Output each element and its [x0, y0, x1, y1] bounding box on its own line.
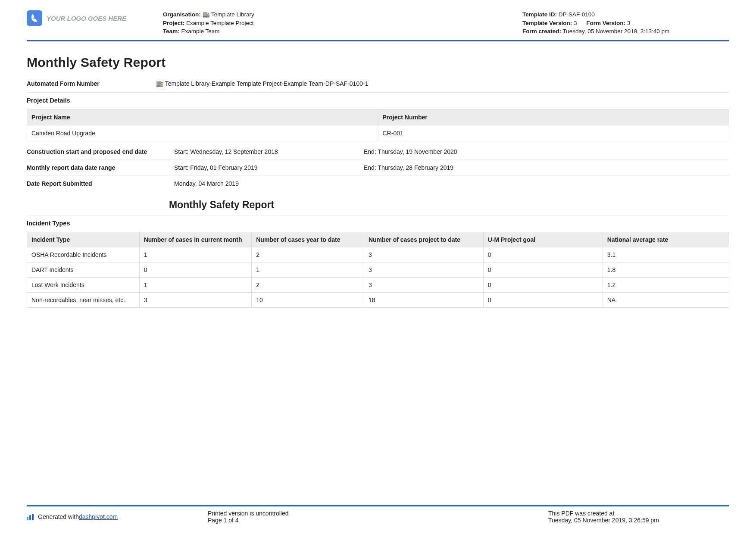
construction-dates-row: Construction start and proposed end date…: [27, 144, 729, 159]
logo-block: YOUR LOGO GOES HERE: [27, 10, 156, 26]
form-version-value: 3: [627, 20, 631, 26]
cell: OSHA Recordable Incidents: [27, 247, 140, 262]
organisation-value: 🏬 Template Library: [203, 11, 254, 18]
bars-icon: [27, 514, 34, 520]
col-cases-ptd: Number of cases project to date: [364, 232, 483, 247]
cell: 1: [252, 262, 364, 277]
cell: Non-recordables, near misses, etc.: [27, 292, 140, 307]
cell: 0: [483, 262, 603, 277]
project-name-header: Project Name: [27, 109, 378, 125]
document-page: YOUR LOGO GOES HERE Organisation: 🏬 Temp…: [0, 0, 756, 534]
footer-generated-prefix: Generated with: [38, 513, 79, 520]
logo-icon: [27, 10, 42, 26]
automated-form-number-row: Automated Form Number 🏬 Template Library…: [27, 78, 729, 90]
project-name-value: Camden Road Upgrade: [27, 125, 378, 141]
cell: 0: [483, 247, 603, 262]
project-value: Example Template Project: [186, 20, 254, 26]
table-header-row: Project Name Project Number: [27, 109, 729, 125]
incident-types-title: Incident Types: [27, 215, 729, 230]
cell: 3.1: [603, 247, 729, 262]
col-project-goal: U-M Project goal: [483, 232, 603, 247]
section-subtitle: Monthly Safety Report: [169, 199, 729, 211]
col-cases-ytd: Number of cases year to date: [252, 232, 364, 247]
incident-types-table: Incident Type Number of cases in current…: [27, 232, 729, 308]
table-row: DART Incidents 0 1 3 0 1.8: [27, 262, 729, 277]
cell: 0: [483, 292, 603, 307]
project-number-header: Project Number: [378, 109, 729, 125]
template-id-label: Template ID:: [522, 11, 557, 18]
footer-generated-link[interactable]: dashpivot.com: [79, 513, 118, 520]
cell: 10: [252, 292, 364, 307]
team-value: Example Team: [181, 28, 220, 34]
footer-created-label: This PDF was created at: [548, 510, 729, 517]
cell: Lost Work Incidents: [27, 277, 140, 292]
footer-right: This PDF was created at Tuesday, 05 Nove…: [548, 510, 729, 524]
header-meta-right: Template ID: DP-SAF-0100 Template Versio…: [522, 10, 729, 36]
cell: 1.2: [603, 277, 729, 292]
page-footer: Generated with dashpivot.com Printed ver…: [27, 505, 729, 524]
cell: 2: [252, 247, 364, 262]
table-header-row: Incident Type Number of cases in current…: [27, 232, 729, 247]
cell: 1: [139, 277, 252, 292]
team-label: Team:: [163, 28, 180, 34]
template-version-label: Template Version:: [522, 20, 572, 26]
project-details-table: Project Name Project Number Camden Road …: [27, 109, 729, 141]
form-created-value: Tuesday, 05 November 2019, 3:13:40 pm: [563, 28, 670, 34]
table-row: Lost Work Incidents 1 2 3 0 1.2: [27, 277, 729, 292]
page-title: Monthly Safety Report: [27, 55, 729, 70]
footer-printed-line: Printed version is uncontrolled: [208, 510, 548, 517]
report-range-row: Monthly report data date range Start: Fr…: [27, 159, 729, 175]
header-meta-left: Organisation: 🏬 Template Library Project…: [156, 10, 522, 36]
form-version-label: Form Version:: [586, 20, 625, 26]
automated-form-number-value: 🏬 Template Library-Example Template Proj…: [156, 80, 729, 87]
cell: DART Incidents: [27, 262, 140, 277]
form-created-label: Form created:: [522, 28, 561, 34]
footer-middle: Printed version is uncontrolled Page 1 o…: [208, 510, 548, 524]
cell: 18: [364, 292, 483, 307]
date-submitted-row: Date Report Submitted Monday, 04 March 2…: [27, 175, 729, 191]
cell: 1: [139, 247, 252, 262]
col-incident-type: Incident Type: [27, 232, 140, 247]
cell: NA: [603, 292, 729, 307]
cell: 0: [483, 277, 603, 292]
footer-created-value: Tuesday, 05 November 2019, 3:26:59 pm: [548, 517, 729, 524]
report-range-end-value: End: Thursday, 28 February 2019: [364, 164, 729, 171]
col-cases-month: Number of cases in current month: [139, 232, 252, 247]
date-submitted-label: Date Report Submitted: [27, 180, 174, 187]
table-row: OSHA Recordable Incidents 1 2 3 0 3.1: [27, 247, 729, 262]
table-row: Camden Road Upgrade CR-001: [27, 125, 729, 141]
template-id-value: DP-SAF-0100: [559, 11, 595, 18]
project-number-value: CR-001: [378, 125, 729, 141]
template-version-value: 3: [574, 20, 577, 26]
cell: 3: [364, 247, 483, 262]
cell: 2: [252, 277, 364, 292]
col-national-avg: National average rate: [603, 232, 729, 247]
footer-generated: Generated with dashpivot.com: [27, 510, 208, 524]
project-label: Project:: [163, 20, 184, 26]
footer-page-line: Page 1 of 4: [208, 517, 548, 524]
automated-form-number-label: Automated Form Number: [27, 80, 156, 87]
report-range-label: Monthly report data date range: [27, 164, 174, 171]
construction-start-value: Start: Wednesday, 12 September 2018: [174, 148, 364, 155]
construction-end-value: End: Thursday, 19 November 2020: [364, 148, 729, 155]
letterhead: YOUR LOGO GOES HERE Organisation: 🏬 Temp…: [27, 10, 729, 41]
cell: 0: [139, 262, 252, 277]
date-submitted-value: Monday, 04 March 2019: [174, 180, 729, 187]
logo-placeholder-text: YOUR LOGO GOES HERE: [47, 15, 126, 22]
construction-dates-label: Construction start and proposed end date: [27, 148, 174, 155]
organisation-label: Organisation:: [163, 11, 201, 18]
project-details-title: Project Details: [27, 92, 729, 107]
cell: 1.8: [603, 262, 729, 277]
cell: 3: [139, 292, 252, 307]
cell: 3: [364, 262, 483, 277]
report-range-start-value: Start: Friday, 01 February 2019: [174, 164, 364, 171]
table-row: Non-recordables, near misses, etc. 3 10 …: [27, 292, 729, 307]
cell: 3: [364, 277, 483, 292]
